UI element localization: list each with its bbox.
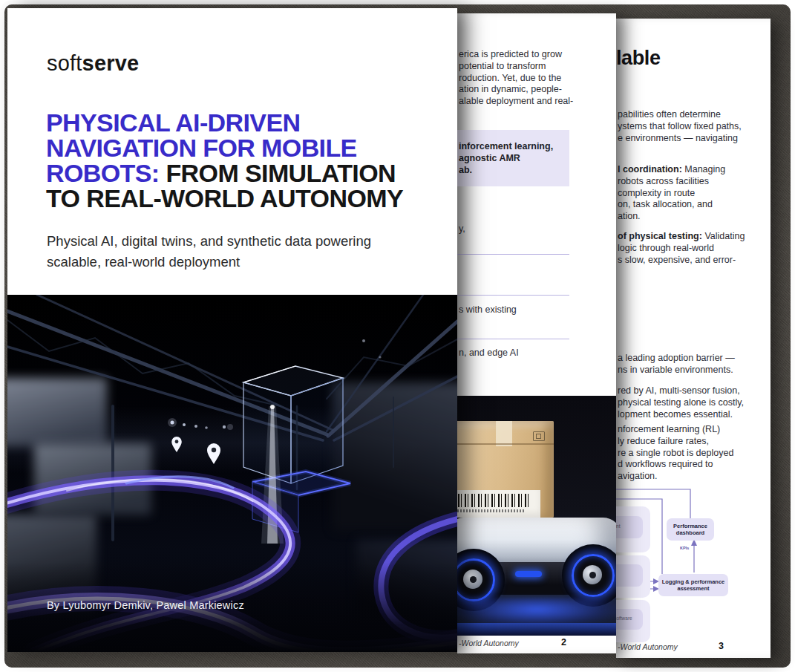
page3-bullet-coordination: l coordination: Managing robots across f… — [618, 164, 725, 223]
page2-footer-title: -World Autonomy — [459, 639, 519, 647]
author-byline: By Lyubomyr Demkiv, Pawel Markiewicz — [47, 599, 244, 611]
package-icon — [533, 431, 545, 441]
softserve-logo: softserve — [47, 51, 139, 76]
page2-intro-paragraph: erica is predicted to grow potential to … — [459, 49, 573, 108]
barcode-label — [457, 490, 540, 518]
diagram-left-box-2: F — [616, 555, 650, 598]
barcode-digits — [457, 509, 526, 512]
box-flap-line — [457, 443, 554, 445]
page2-divider-2 — [457, 295, 569, 296]
page2-text-fragment: y, — [459, 224, 465, 235]
location-pin-icon — [171, 437, 220, 464]
diagram-left-box-1: ment — [616, 506, 650, 552]
warehouse-hero-image — [7, 295, 457, 652]
wireframe-cube — [243, 366, 343, 483]
page3-heading-fragment: lable — [616, 47, 661, 70]
page3-paragraph-fusion: red by AI, multi-sensor fusion, physical… — [618, 385, 744, 420]
box-tape — [496, 421, 512, 446]
barcode-icon — [457, 494, 531, 507]
cardboard-box — [457, 421, 554, 518]
page-2: erica is predicted to grow potential to … — [457, 13, 616, 653]
page2-divider-3 — [457, 339, 569, 339]
page-3: lable pabilities often determine ystems … — [616, 19, 771, 658]
amr-robot-photo — [457, 396, 616, 636]
page3-bullet-testing: of physical testing: Validating logic th… — [618, 231, 745, 266]
robot-status-lamp — [515, 571, 542, 577]
page3-page-number: 3 — [719, 641, 724, 651]
cover-subtitle: Physical AI, digital twins, and syntheti… — [47, 231, 396, 273]
diagram-performance-dashboard-box: Performance dashboard — [667, 518, 714, 541]
cover-page: softserve PHYSICAL AI-DRIVEN NAVIGATION … — [7, 8, 457, 652]
page3-footer-title: -World Autonomy — [618, 642, 678, 651]
page2-divider-1 — [457, 254, 569, 255]
page2-list-item-2: n, and edge AI — [459, 348, 519, 359]
diagram-kpis-label: KPIs — [680, 546, 689, 550]
page2-page-number: 2 — [561, 637, 566, 647]
ceiling-trusses — [7, 295, 457, 540]
floor-reflection — [457, 623, 616, 636]
whitepaper-preview: lable pabilities often determine ystems … — [0, 0, 795, 672]
page2-highlight-text: inforcement learning, agnostic AMR ab. — [459, 140, 553, 176]
diagram-left-box-3: & software — [616, 600, 650, 642]
page3-paragraph-rl: nforcement learning (RL) ly reduce failu… — [618, 424, 733, 483]
page3-intro: pabilities often determine ystems that f… — [618, 109, 742, 144]
page2-list-item-1: s with existing — [459, 304, 517, 316]
diagram-logging-box: Logging & performance assessment — [658, 574, 728, 596]
cover-title: PHYSICAL AI-DRIVEN NAVIGATION FOR MOBILE… — [46, 110, 447, 211]
page3-paragraph-barrier: a leading adoption barrier — ns in varia… — [618, 353, 735, 376]
page2-highlight-box: inforcement learning, agnostic AMR ab. — [457, 130, 569, 186]
